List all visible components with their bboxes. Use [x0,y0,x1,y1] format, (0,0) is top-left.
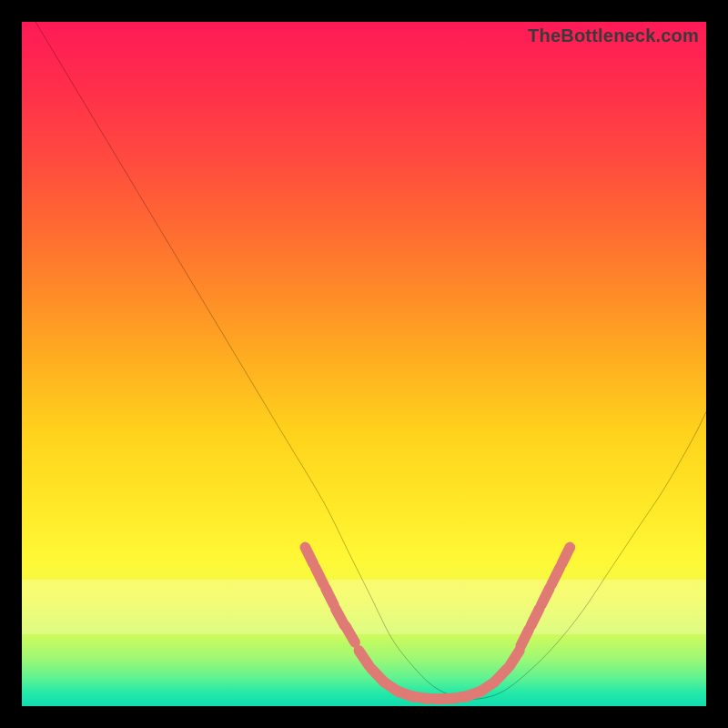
curve-marker [305,547,313,563]
bottleneck-curve [35,22,706,700]
curve-marker [531,609,539,625]
curve-marker [551,568,560,584]
curve-marker [561,547,570,563]
curve-marker [521,630,529,646]
curve-marker [326,589,334,605]
curve-marker [494,669,507,682]
plot-area: TheBottleneck.com [22,22,706,706]
curve-marker [510,651,520,666]
curve-marker [541,589,550,605]
attribution-text: TheBottleneck.com [528,25,699,46]
curve-marker [359,651,369,666]
curve-marker [346,626,355,642]
chart-container: TheBottleneck.com [0,0,728,728]
curve-marker [316,568,324,584]
curve-markers [305,547,570,699]
chart-svg [22,22,706,706]
